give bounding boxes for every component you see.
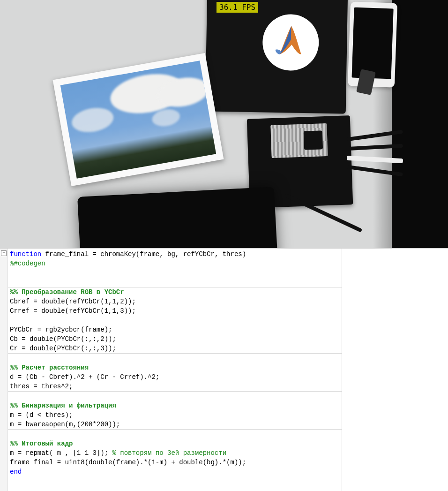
sky-image: [60, 60, 216, 178]
code-text-area[interactable]: function frame_final = chromaKey(frame, …: [8, 249, 342, 491]
matlab-logo-sticker: [262, 14, 319, 71]
section-divider: [8, 429, 342, 430]
section-divider: [8, 287, 342, 287]
inline-comment: % повторям по 3ей размерности: [112, 449, 226, 457]
code-line: m = repmat( m , [1 1 3]);: [10, 449, 112, 457]
cloud: [70, 105, 115, 135]
editor-gutter: −: [0, 249, 8, 491]
code-line: thres = thres^2;: [10, 383, 73, 390]
code-line: Cbref = double(refYCbCr(1,1,2));: [10, 298, 136, 305]
section-divider: [8, 391, 342, 392]
section-header: %% Расчет расстояния: [10, 364, 89, 371]
matlab-logo-icon: [270, 22, 311, 62]
fps-overlay: 36.1 FPS: [217, 2, 258, 13]
kw-function: function: [10, 250, 41, 258]
editor-right-margin: [342, 249, 448, 491]
monitor-object: [77, 187, 279, 248]
code-line: Cr = double(PYCbCr(:,:,3));: [10, 345, 116, 352]
section-divider: [8, 353, 342, 354]
section-header: %% Преобразование RGB в YCbCr: [10, 288, 124, 296]
camera-preview-pane: 36.1 FPS: [0, 0, 448, 248]
section-header: %% Итоговый кадр: [10, 440, 73, 447]
code-fold-toggle-icon[interactable]: −: [1, 250, 7, 256]
laptop-object: [205, 0, 348, 114]
code-line: PYCbCr = rgb2ycbcr(frame);: [10, 326, 112, 333]
code-line: frame_final = uint8(double(frame).*(1-m)…: [10, 459, 246, 466]
cooling-fan: [304, 130, 323, 150]
code-line: m = (d < thres);: [10, 411, 73, 419]
code-line: frame_final = chromaKey(frame, bg, refYC…: [41, 250, 246, 258]
kw-end: end: [10, 468, 22, 476]
code-line: d = (Cb - Cbref).^2 + (Cr - Crref).^2;: [10, 373, 159, 381]
code-line: Crref = double(refYCbCr(1,1,3));: [10, 307, 136, 315]
codegen-pragma: %#codegen: [10, 260, 45, 267]
desk-shadow-right: [392, 0, 448, 248]
section-header: %% Бинаризация и фильтрация: [10, 402, 116, 409]
matlab-editor-pane: − function frame_final = chromaKey(frame…: [0, 248, 448, 491]
code-line: Cb = double(PYCbCr(:,:,2));: [10, 335, 116, 343]
code-line: m = bwareaopen(m,(200*200));: [10, 421, 120, 428]
chromakey-result-photo: [53, 53, 224, 186]
